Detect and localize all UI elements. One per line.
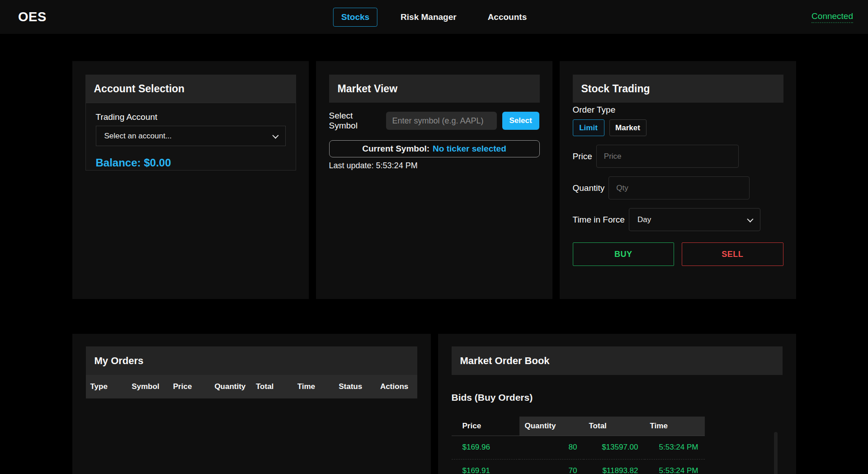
bids-section-title: Bids (Buy Orders): [452, 392, 783, 403]
bid-price: $169.91: [452, 459, 519, 474]
my-orders-table: Type Symbol Price Quantity Total Time St…: [86, 375, 417, 398]
market-view-title: Market View: [329, 75, 540, 103]
bid-time: 5:53:24 PM: [645, 436, 705, 459]
time-in-force-label: Time in Force: [573, 215, 625, 225]
market-view-card: Market View Select Symbol Select Current…: [316, 61, 552, 299]
order-book-body: Bids (Buy Orders) Price Quantity Total T…: [452, 392, 783, 474]
my-orders-card: My Orders Type Symbol Price Quantity Tot…: [72, 334, 431, 474]
bid-total: $13597.00: [584, 436, 645, 459]
bids-column-time: Time: [645, 417, 705, 436]
tab-stocks[interactable]: Stocks: [333, 8, 377, 27]
bids-column-total: Total: [584, 417, 645, 436]
account-select-value: Select an account...: [104, 132, 172, 141]
scrollbar-thumb[interactable]: [774, 432, 778, 474]
select-symbol-button[interactable]: Select: [502, 112, 539, 130]
chevron-down-icon: [747, 216, 753, 222]
bid-time: 5:53:24 PM: [645, 459, 705, 474]
main-content: Account Selection Trading Account Select…: [72, 61, 796, 474]
order-type-buttons: Limit Market: [573, 119, 783, 136]
quantity-input[interactable]: [609, 176, 750, 199]
order-type-label: Order Type: [573, 105, 783, 115]
column-header-total: Total: [251, 375, 293, 398]
quantity-row: Quantity: [573, 176, 783, 199]
my-orders-title: My Orders: [86, 346, 417, 375]
stock-trading-title: Stock Trading: [573, 75, 783, 103]
select-symbol-label: Select Symbol: [329, 111, 379, 131]
top-nav: OES Stocks Risk Manager Accounts Connect…: [0, 0, 868, 34]
last-update-text: Last update: 5:53:24 PM: [329, 161, 540, 171]
account-selection-title: Account Selection: [85, 75, 296, 103]
order-type-limit-button[interactable]: Limit: [573, 119, 604, 136]
bid-total: $11893.82: [584, 459, 645, 474]
bids-column-price: Price: [452, 417, 519, 436]
time-in-force-value: Day: [637, 215, 651, 224]
account-selection-body: Trading Account Select an account... Bal…: [85, 103, 296, 171]
column-header-symbol: Symbol: [127, 375, 169, 398]
bids-header-row: Price Quantity Total Time: [452, 417, 705, 436]
time-in-force-row: Time in Force Day: [573, 208, 783, 231]
price-label: Price: [573, 152, 592, 161]
bid-row: $169.91 70 $11893.82 5:53:24 PM: [452, 459, 705, 474]
connection-status: Connected: [811, 11, 853, 23]
chevron-down-icon: [272, 132, 278, 138]
order-type-market-button[interactable]: Market: [609, 119, 646, 136]
bids-column-quantity: Quantity: [519, 417, 584, 436]
order-book-title: Market Order Book: [452, 346, 783, 375]
current-symbol-label: Current Symbol:: [362, 144, 429, 154]
column-header-type: Type: [86, 375, 127, 398]
bid-quantity: 80: [519, 436, 584, 459]
trading-account-label: Trading Account: [96, 112, 286, 122]
price-row: Price: [573, 145, 783, 168]
price-input[interactable]: [596, 145, 739, 168]
bid-price: $169.96: [452, 436, 519, 459]
symbol-row: Select Symbol Select: [329, 111, 540, 131]
account-select[interactable]: Select an account...: [96, 126, 286, 146]
current-symbol-box: Current Symbol: No ticker selected: [329, 140, 540, 157]
sell-button[interactable]: SELL: [682, 242, 783, 266]
order-book-card: Market Order Book Bids (Buy Orders) Pric…: [438, 334, 796, 474]
app-logo: OES: [18, 9, 47, 24]
column-header-price: Price: [169, 375, 210, 398]
column-header-time: Time: [293, 375, 335, 398]
bid-row: $169.96 80 $13597.00 5:53:24 PM: [452, 436, 705, 459]
column-header-actions: Actions: [376, 375, 417, 398]
bid-quantity: 70: [519, 459, 584, 474]
bids-table: Price Quantity Total Time $169.96 80 $13…: [452, 417, 705, 474]
my-orders-header-row: Type Symbol Price Quantity Total Time St…: [86, 375, 417, 398]
buy-button[interactable]: BUY: [573, 242, 675, 266]
tab-accounts[interactable]: Accounts: [480, 8, 535, 27]
column-header-status: Status: [334, 375, 376, 398]
account-balance: Balance: $0.00: [96, 156, 286, 169]
nav-tabs: Stocks Risk Manager Accounts: [333, 8, 535, 27]
trade-buttons: BUY SELL: [573, 242, 783, 266]
symbol-input[interactable]: [386, 112, 497, 130]
column-header-quantity: Quantity: [210, 375, 251, 398]
quantity-label: Quantity: [573, 183, 605, 193]
time-in-force-select[interactable]: Day: [629, 208, 760, 231]
tab-risk-manager[interactable]: Risk Manager: [392, 8, 465, 27]
current-symbol-value: No ticker selected: [433, 144, 506, 154]
stock-trading-card: Stock Trading Order Type Limit Market Pr…: [560, 61, 796, 299]
account-selection-card: Account Selection Trading Account Select…: [72, 61, 309, 299]
